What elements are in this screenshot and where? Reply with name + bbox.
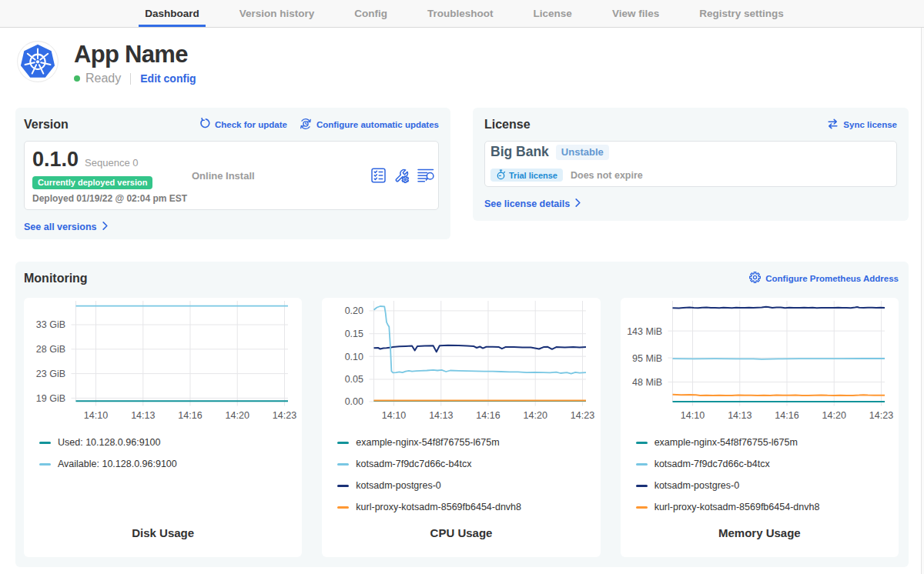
status-label: Ready xyxy=(85,72,121,85)
app-status-row: Ready Edit config xyxy=(74,72,196,85)
gear-icon xyxy=(749,272,761,285)
cards-row: Version Check for update Configure autom… xyxy=(15,108,909,239)
legend-label: kotsadm-7f9dc7d66c-b4tcx xyxy=(654,459,770,469)
svg-text:33 GiB: 33 GiB xyxy=(36,319,65,330)
trial-license-badge: Trial license xyxy=(490,169,563,182)
chart-card-cpu-usage: 14:1014:1314:1614:2014:230.000.050.100.1… xyxy=(322,298,600,557)
legend-label: kotsadm-postgres-0 xyxy=(654,480,739,491)
svg-text:19 GiB: 19 GiB xyxy=(36,393,65,404)
svg-text:0.05: 0.05 xyxy=(345,374,363,385)
sync-license-button[interactable]: Sync license xyxy=(827,118,897,131)
tab-version-history[interactable]: Version history xyxy=(233,0,321,27)
legend-label: example-nginx-54f8f76755-l675m xyxy=(654,437,798,448)
chevron-right-icon xyxy=(575,199,581,209)
legend-dash-icon xyxy=(39,463,51,466)
scrollbar-track[interactable] xyxy=(921,28,924,574)
legend-item: kotsadm-7f9dc7d66c-b4tcx xyxy=(337,457,600,471)
chart-legend: example-nginx-54f8f76755-l675mkotsadm-7f… xyxy=(337,436,600,514)
tab-dashboard[interactable]: Dashboard xyxy=(139,0,206,27)
legend-label: example-nginx-54f8f76755-l675m xyxy=(356,437,499,448)
legend-item: kurl-proxy-kotsadm-8569fb6454-dnvh8 xyxy=(337,500,600,514)
charts-row: 14:1014:1314:1614:2014:2319 GiB23 GiB28 … xyxy=(24,298,899,557)
configure-automatic-updates-button[interactable]: Configure automatic updates xyxy=(300,118,439,132)
configure-prometheus-button[interactable]: Configure Prometheus Address xyxy=(749,272,899,285)
edit-config-link[interactable]: Edit config xyxy=(140,72,196,85)
see-all-versions-link[interactable]: See all versions xyxy=(24,222,439,232)
preflight-checklist-icon[interactable] xyxy=(371,168,386,183)
legend-item: Available: 10.128.0.96:9100 xyxy=(39,457,302,471)
chart-plot-cpu-usage: 14:1014:1314:1614:2014:230.000.050.100.1… xyxy=(322,298,600,425)
svg-text:14:16: 14:16 xyxy=(477,410,500,421)
tab-registry-settings[interactable]: Registry settings xyxy=(693,0,790,27)
app-header: App Name Ready Edit config xyxy=(17,41,196,85)
monitoring-section: Monitoring Configure Prometheus Address … xyxy=(15,262,909,567)
svg-text:48 MiB: 48 MiB xyxy=(632,377,662,388)
license-inner-box: Big Bank Unstable Trial license Does not… xyxy=(484,141,897,187)
edit-config-wrench-icon[interactable] xyxy=(394,169,409,183)
svg-text:14:23: 14:23 xyxy=(869,410,893,421)
version-card-head: Version Check for update Configure autom… xyxy=(24,117,439,132)
app-meta: App Name Ready Edit config xyxy=(74,41,196,85)
legend-dash-icon xyxy=(636,442,648,444)
status-divider xyxy=(130,73,131,85)
chevron-right-icon xyxy=(102,222,108,232)
channel-badge: Unstable xyxy=(556,145,609,160)
svg-text:23 GiB: 23 GiB xyxy=(36,369,65,379)
deployed-version-badge: Currently deployed version xyxy=(32,176,152,189)
license-card-head: License Sync license xyxy=(484,117,897,132)
auto-update-clock-icon xyxy=(300,118,312,132)
legend-item: kotsadm-postgres-0 xyxy=(337,479,600,492)
license-name-row: Big Bank Unstable xyxy=(490,144,891,160)
version-action-icons xyxy=(371,168,434,183)
legend-dash-icon xyxy=(39,442,51,444)
chart-plot-memory-usage: 14:1014:1314:1614:2014:2348 MiB95 MiB143… xyxy=(621,298,899,425)
refresh-icon xyxy=(199,118,210,131)
stopwatch-icon xyxy=(496,169,506,182)
legend-label: kurl-proxy-kotsadm-8569fb6454-dnvh8 xyxy=(654,502,820,512)
tab-config[interactable]: Config xyxy=(348,0,393,27)
legend-dash-icon xyxy=(337,463,349,466)
svg-text:14:13: 14:13 xyxy=(429,410,453,421)
svg-text:14:13: 14:13 xyxy=(131,410,155,421)
svg-text:14:10: 14:10 xyxy=(84,410,108,421)
tab-troubleshoot[interactable]: Troubleshoot xyxy=(421,0,500,27)
expiry-text: Does not expire xyxy=(571,170,643,181)
legend-item: example-nginx-54f8f76755-l675m xyxy=(636,436,899,449)
svg-text:0.10: 0.10 xyxy=(345,352,363,362)
version-inner-box: 0.1.0 Sequence 0 Currently deployed vers… xyxy=(24,141,439,210)
nav-tabs: DashboardVersion historyConfigTroublesho… xyxy=(139,0,789,27)
legend-label: kotsadm-7f9dc7d66c-b4tcx xyxy=(356,459,471,469)
legend-dash-icon xyxy=(337,485,349,487)
chart-card-disk-usage: 14:1014:1314:1614:2014:2319 GiB23 GiB28 … xyxy=(24,298,302,557)
legend-item: kotsadm-postgres-0 xyxy=(636,479,899,492)
check-for-update-button[interactable]: Check for update xyxy=(199,118,287,131)
deployed-timestamp: Deployed 01/19/22 @ 02:04 pm EST xyxy=(32,193,430,204)
legend-item: kurl-proxy-kotsadm-8569fb6454-dnvh8 xyxy=(636,500,899,514)
chart-legend: Used: 10.128.0.96:9100Available: 10.128.… xyxy=(39,436,302,471)
legend-item: Used: 10.128.0.96:9100 xyxy=(39,436,302,449)
chart-legend: example-nginx-54f8f76755-l675mkotsadm-7f… xyxy=(636,436,899,514)
view-logs-icon[interactable] xyxy=(417,169,434,183)
svg-text:14:13: 14:13 xyxy=(728,410,752,421)
tab-view-files[interactable]: View files xyxy=(606,0,665,27)
legend-label: kurl-proxy-kotsadm-8569fb6454-dnvh8 xyxy=(356,502,521,512)
svg-text:143 MiB: 143 MiB xyxy=(627,326,662,337)
see-license-details-link[interactable]: See license details xyxy=(484,199,897,209)
tab-license[interactable]: License xyxy=(527,0,578,27)
svg-text:0.15: 0.15 xyxy=(345,329,363,339)
legend-label: Available: 10.128.0.96:9100 xyxy=(58,459,177,469)
legend-dash-icon xyxy=(636,506,648,509)
chart-plot-disk-usage: 14:1014:1314:1614:2014:2319 GiB23 GiB28 … xyxy=(24,298,302,425)
legend-dash-icon xyxy=(337,442,349,444)
monitoring-title: Monitoring xyxy=(24,272,88,285)
license-card-title: License xyxy=(484,118,531,132)
legend-dash-icon xyxy=(636,463,648,466)
version-number: 0.1.0 xyxy=(32,148,79,171)
svg-text:14:10: 14:10 xyxy=(681,410,705,421)
svg-text:28 GiB: 28 GiB xyxy=(36,344,65,355)
svg-text:0.00: 0.00 xyxy=(345,396,363,407)
svg-text:14:20: 14:20 xyxy=(524,410,547,421)
chart-title: CPU Usage xyxy=(322,526,600,539)
kots-dashboard-page: DashboardVersion historyConfigTroublesho… xyxy=(0,0,924,574)
kubernetes-logo-icon xyxy=(17,41,59,82)
